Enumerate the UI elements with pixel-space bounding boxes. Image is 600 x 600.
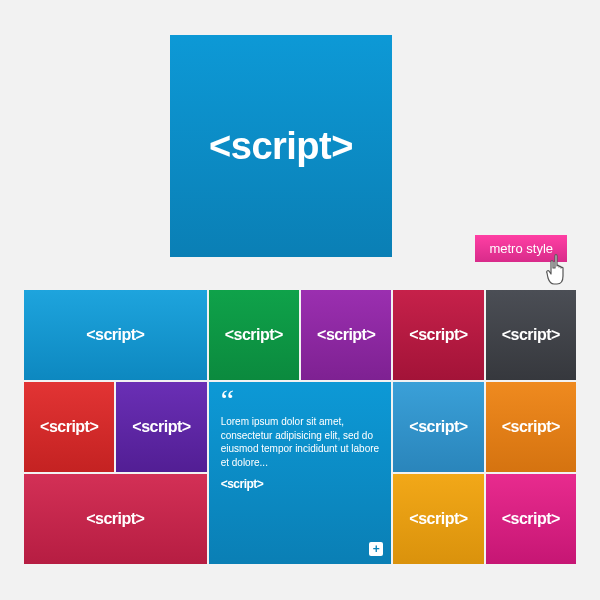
script-label: <script> xyxy=(221,477,264,491)
script-label: <script> xyxy=(86,326,144,344)
script-label: <script> xyxy=(409,326,467,344)
tile-blue-wide[interactable]: <script> xyxy=(24,290,207,380)
tile-text-large[interactable]: “ Lorem ipsum dolor sit amet, consectetu… xyxy=(209,382,392,564)
script-label: <script> xyxy=(209,125,353,168)
script-label: <script> xyxy=(502,326,560,344)
tile-grid: <script> <script> <script> <script> <scr… xyxy=(24,290,576,564)
tile-rose-wide[interactable]: <script> xyxy=(24,474,207,564)
script-label: <script> xyxy=(409,418,467,436)
quote-icon: “ xyxy=(221,392,234,407)
tile-orange[interactable]: <script> xyxy=(486,382,576,472)
script-label: <script> xyxy=(132,418,190,436)
tile-green[interactable]: <script> xyxy=(209,290,299,380)
hero-script-tile: <script> xyxy=(170,35,392,257)
script-label: <script> xyxy=(502,418,560,436)
script-label: <script> xyxy=(86,510,144,528)
tile-red[interactable]: <script> xyxy=(24,382,114,472)
script-label: <script> xyxy=(502,510,560,528)
script-label: <script> xyxy=(40,418,98,436)
tile-magenta[interactable]: <script> xyxy=(486,474,576,564)
script-label: <script> xyxy=(225,326,283,344)
lorem-text: Lorem ipsum dolor sit amet, consectetur … xyxy=(221,415,380,469)
tile-crimson[interactable]: <script> xyxy=(393,290,483,380)
script-label: <script> xyxy=(409,510,467,528)
plus-icon[interactable]: + xyxy=(369,542,383,556)
tile-gray[interactable]: <script> xyxy=(486,290,576,380)
script-label: <script> xyxy=(317,326,375,344)
tile-skyblue[interactable]: <script> xyxy=(393,382,483,472)
tile-purple[interactable]: <script> xyxy=(301,290,391,380)
tile-amber[interactable]: <script> xyxy=(393,474,483,564)
tile-violet[interactable]: <script> xyxy=(116,382,206,472)
hand-cursor-icon xyxy=(543,252,577,292)
